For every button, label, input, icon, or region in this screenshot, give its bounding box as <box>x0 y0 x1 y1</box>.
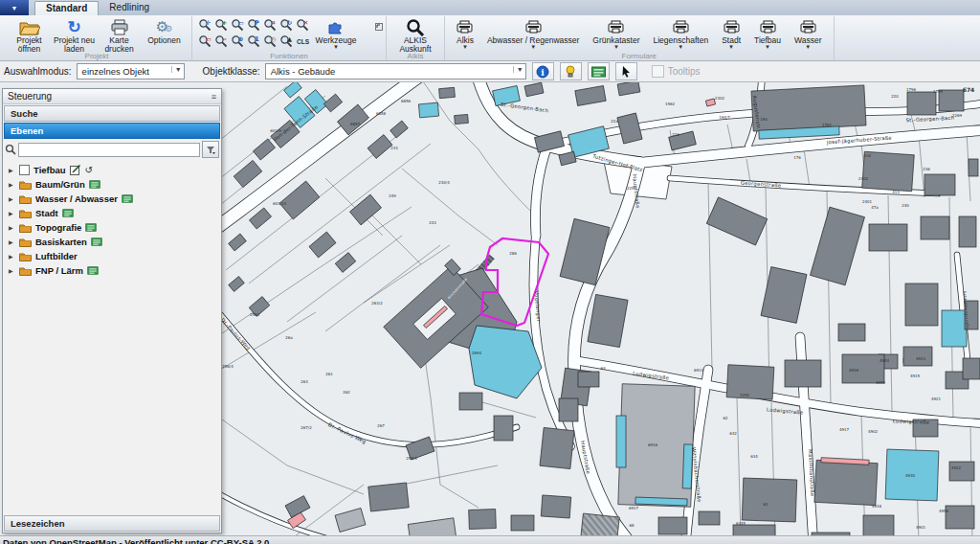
section-ebenen[interactable]: Ebenen <box>4 123 220 139</box>
svg-text:674: 674 <box>963 86 975 93</box>
clear-selection-icon[interactable]: ✕ <box>295 17 311 34</box>
alkis-auskunft-button[interactable]: ALKIS Auskunft <box>391 17 439 54</box>
legend-icon[interactable] <box>89 180 100 189</box>
refresh-map-icon[interactable]: ↻ <box>278 17 295 34</box>
svg-text:2401: 2401 <box>862 199 873 204</box>
tooltips-checkbox[interactable] <box>652 65 664 78</box>
zoom-in-icon[interactable]: + <box>213 17 230 34</box>
chevron-down-icon: ▼ <box>678 45 683 50</box>
expand-arrow-icon[interactable]: ▶ <box>9 181 15 188</box>
svg-text:2291: 2291 <box>627 186 637 191</box>
legend-icon[interactable] <box>91 238 102 246</box>
svg-text:418: 418 <box>863 153 871 158</box>
panel-menu-icon[interactable]: ≡ <box>212 92 216 102</box>
zoom-center-icon[interactable]: ⊕ <box>230 34 246 50</box>
tooltips-toggle[interactable]: Tooltips <box>652 65 701 78</box>
tab-redlining[interactable]: Redlining <box>99 1 160 15</box>
legend-icon[interactable] <box>87 266 99 275</box>
layer-item-baum-grün[interactable]: ▶Baum/Grün <box>3 177 221 192</box>
layer-item-topografie[interactable]: ▶Topografie <box>3 220 221 235</box>
filter-button[interactable] <box>202 141 219 158</box>
checkbox-icon[interactable] <box>19 165 30 175</box>
zoom-out-icon[interactable]: − <box>213 34 230 50</box>
reload-project-button-icon: ↻ <box>67 18 80 36</box>
zoom-scale-icon[interactable]: 1 <box>246 34 262 50</box>
formular-gr-nkataster-button[interactable]: Grünkataster▼ <box>586 17 646 50</box>
layer-item-stadt[interactable]: ▶Stadt <box>3 206 221 220</box>
svg-text:4922: 4922 <box>951 465 962 470</box>
expand-arrow-icon[interactable]: ▶ <box>9 253 15 260</box>
layer-item-tiefbau[interactable]: ▶Tiefbau↺ <box>3 163 221 177</box>
legend-icon[interactable] <box>85 223 97 232</box>
layer-item-fnp-lärm[interactable]: ▶FNP / Lärm <box>3 263 221 278</box>
svg-text:61: 61 <box>763 502 768 507</box>
select-shape-icon[interactable]: ⌗ <box>262 17 278 34</box>
info-icon[interactable]: i <box>532 62 554 80</box>
formular-wasser-button[interactable]: Wasser▼ <box>788 17 829 50</box>
options-button[interactable]: ⚙⚙Optionen <box>142 17 187 54</box>
svg-text:✕: ✕ <box>303 19 308 27</box>
dialog-launcher-icon[interactable] <box>375 17 383 34</box>
svg-text:4955: 4955 <box>876 380 886 385</box>
layer-search-input[interactable] <box>18 143 200 157</box>
expand-arrow-icon[interactable]: ▶ <box>9 267 15 274</box>
zoom-box-icon[interactable]: ▭ <box>197 34 213 50</box>
layer-item-wasser-abwasser[interactable]: ▶Wasser / Abwasser <box>3 192 221 206</box>
edit-icon[interactable] <box>70 165 81 175</box>
sync-icon[interactable]: ↺ <box>85 166 93 175</box>
formular-abwasser-regenwasser-button[interactable]: Abwasser / Regenwasser▼ <box>480 17 586 50</box>
legend-icon[interactable] <box>588 62 610 80</box>
form-icon <box>673 18 689 36</box>
svg-text:6856: 6856 <box>401 99 412 103</box>
layer-label: Wasser / Abwasser <box>35 193 118 204</box>
layer-item-luftbilder[interactable]: ▶Luftbilder <box>3 249 221 263</box>
app-menu-button[interactable]: ▼ <box>0 0 29 15</box>
section-suche[interactable]: Suche <box>4 105 220 122</box>
auswahlmodus-dropdown[interactable]: einzelnes Objekt▼ <box>77 63 185 79</box>
svg-text:263/2: 263/2 <box>371 301 383 306</box>
svg-text:256/4: 256/4 <box>222 364 234 369</box>
svg-text:▭: ▭ <box>237 19 243 27</box>
layer-label: Baum/Grün <box>35 179 85 190</box>
zoom-window-icon[interactable]: ▭ <box>230 17 246 34</box>
open-project-button[interactable]: Projektöffnen <box>7 17 52 54</box>
ink-tool-icon[interactable]: ▲ <box>278 34 295 50</box>
werkzeuge-button[interactable]: Werkzeuge ▼ <box>311 17 361 50</box>
steuerung-panel: Steuerung ≡ Suche Ebenen ▶Tiefbau↺▶Baum/… <box>2 88 222 533</box>
expand-arrow-icon[interactable]: ▶ <box>9 167 15 173</box>
history-icon[interactable]: ◷ <box>262 34 278 50</box>
formular-stadt-button[interactable]: Stadt▼ <box>715 17 747 50</box>
expand-arrow-icon[interactable]: ▶ <box>9 195 15 202</box>
layer-item-basiskarten[interactable]: ▶Basiskarten <box>3 235 221 249</box>
svg-text:◷: ◷ <box>271 35 277 43</box>
svg-text:267/2: 267/2 <box>301 425 312 430</box>
bulb-icon[interactable] <box>560 62 582 80</box>
svg-text:6858: 6858 <box>376 111 387 116</box>
tab-standard[interactable]: Standard <box>34 1 99 15</box>
expand-arrow-icon[interactable]: ▶ <box>9 238 15 245</box>
zoom-pan-icon[interactable]: ✛ <box>197 17 213 34</box>
legend-icon[interactable] <box>62 209 74 217</box>
zoom-previous-icon[interactable]: P <box>246 17 262 34</box>
formular-tiefbau-button[interactable]: Tiefbau▼ <box>747 17 788 50</box>
print-map-button[interactable]: Kartedrucken <box>97 17 142 54</box>
svg-text:4930: 4930 <box>905 473 916 478</box>
group-label-projekt: Projekt <box>2 52 191 60</box>
section-lesezeichen[interactable]: Lesezeichen <box>4 515 220 532</box>
cursor-icon[interactable] <box>615 62 637 80</box>
layer-label: Luftbilder <box>35 251 78 261</box>
formular-alkis-button[interactable]: Alkis▼ <box>450 17 480 50</box>
objektklasse-dropdown[interactable]: Alkis - Gebäude▼ <box>265 63 526 79</box>
auswahlmodus-label: Auswahlmodus: <box>4 66 72 77</box>
reload-project-button[interactable]: ↻Projekt neuladen <box>52 17 97 54</box>
form-icon <box>608 18 624 36</box>
legend-icon[interactable] <box>122 194 133 203</box>
expand-arrow-icon[interactable]: ▶ <box>9 224 15 231</box>
puzzle-icon <box>327 18 345 36</box>
expand-arrow-icon[interactable]: ▶ <box>9 210 15 216</box>
svg-text:6916: 6916 <box>648 442 658 447</box>
layer-label: Tiefbau <box>33 165 66 175</box>
formular-liegenschaften-button[interactable]: Liegenschaften▼ <box>646 17 715 50</box>
svg-text:632: 632 <box>729 431 737 436</box>
cls-button[interactable]: CLS <box>295 34 311 50</box>
